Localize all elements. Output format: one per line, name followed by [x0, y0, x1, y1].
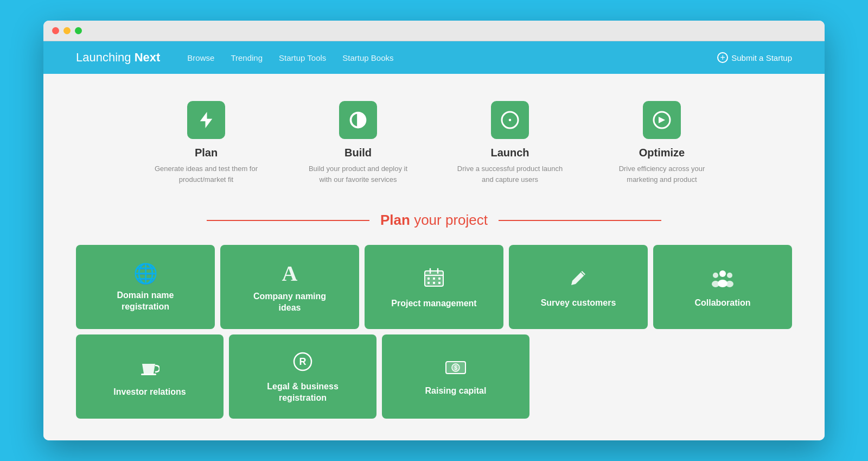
svg-rect-13 — [433, 277, 435, 280]
card-domain[interactable]: 🌐 Domain nameregistration — [76, 245, 215, 329]
pencil-svg — [569, 268, 588, 288]
svg-rect-15 — [427, 282, 430, 284]
launch-desc: Drive a successful product launch and ca… — [456, 163, 564, 185]
card-legal[interactable]: R Legal & businessregistration — [229, 334, 376, 419]
optimize-title: Optimize — [639, 147, 685, 159]
svg-point-21 — [713, 273, 718, 278]
coffee-icon — [140, 358, 159, 380]
registered-icon: R — [293, 352, 312, 375]
card-investor[interactable]: Investor relations — [76, 334, 224, 419]
svg-point-5 — [509, 119, 512, 122]
coffee-svg — [140, 358, 159, 377]
card-survey-label: Survey customers — [541, 298, 616, 309]
svg-text:R: R — [299, 356, 307, 367]
build-icon-box — [339, 101, 377, 139]
svg-rect-12 — [427, 277, 430, 280]
card-raising[interactable]: $ Raising capital — [382, 334, 529, 419]
launch-title: Launch — [490, 147, 529, 159]
people-icon — [711, 268, 734, 291]
section-title-rest: your project — [410, 212, 488, 228]
dot-green[interactable] — [75, 27, 82, 34]
bolt-icon — [196, 110, 216, 130]
nav-startup-tools[interactable]: Startup Tools — [279, 53, 326, 62]
navbar-brand[interactable]: Launching Next — [76, 50, 160, 65]
nav-trending[interactable]: Trending — [231, 53, 263, 62]
plan-desc: Generate ideas and test them for product… — [152, 163, 260, 185]
section-header: Plan your project — [76, 212, 792, 229]
calendar-svg — [424, 268, 444, 288]
cards-row-1: 🌐 Domain nameregistration A Company nami… — [76, 245, 792, 329]
section-line-left — [207, 220, 369, 221]
navbar-links: Browse Trending Startup Tools Startup Bo… — [187, 53, 717, 62]
nav-startup-books[interactable]: Startup Books — [342, 53, 393, 62]
optimize-icon-box — [643, 101, 681, 139]
globe-icon: 🌐 — [133, 264, 158, 283]
card-naming-label: Company namingideas — [253, 291, 326, 314]
card-survey[interactable]: Survey customers — [509, 245, 648, 329]
brand-bold: Next — [135, 50, 161, 64]
svg-rect-16 — [433, 282, 435, 284]
svg-text:$: $ — [454, 365, 457, 371]
cards-grid: 🌐 Domain nameregistration A Company nami… — [76, 245, 792, 419]
plan-icon-box — [187, 101, 225, 139]
category-build[interactable]: Build Build your product and deploy it w… — [304, 101, 412, 185]
svg-rect-14 — [438, 277, 441, 280]
browser-window: Launching Next Browse Trending Startup T… — [43, 21, 825, 440]
submit-icon: + — [717, 52, 728, 63]
svg-rect-25 — [141, 374, 156, 375]
category-optimize[interactable]: Optimize Drive efficiency across your ma… — [608, 101, 716, 185]
svg-point-24 — [726, 281, 733, 287]
svg-marker-7 — [659, 117, 665, 123]
svg-marker-0 — [200, 112, 213, 128]
font-icon: A — [282, 263, 298, 285]
calendar-icon — [424, 268, 444, 292]
registered-svg: R — [293, 352, 312, 371]
section-title-bold: Plan — [380, 212, 410, 228]
nav-browse[interactable]: Browse — [187, 53, 214, 62]
card-domain-label: Domain nameregistration — [117, 290, 174, 313]
browser-chrome — [43, 21, 825, 41]
money-svg: $ — [445, 359, 467, 376]
category-launch[interactable]: Launch Drive a successful product launch… — [456, 101, 564, 185]
compass-icon — [500, 110, 520, 130]
pencil-icon — [569, 268, 588, 291]
optimize-icon — [652, 110, 672, 130]
launch-icon-box — [491, 101, 529, 139]
card-collab[interactable]: Collaboration — [653, 245, 792, 329]
optimize-desc: Drive efficiency across your marketing a… — [608, 163, 716, 185]
card-project[interactable]: Project management — [365, 245, 503, 329]
dot-red[interactable] — [52, 27, 59, 34]
section-line-right — [499, 220, 661, 221]
dot-yellow[interactable] — [63, 27, 71, 34]
spacer-1 — [535, 334, 661, 419]
card-investor-label: Investor relations — [113, 387, 186, 398]
categories-row: Plan Generate ideas and test them for pr… — [76, 101, 792, 185]
card-naming[interactable]: A Company namingideas — [220, 245, 359, 329]
section-title: Plan your project — [380, 212, 488, 229]
card-project-label: Project management — [391, 298, 476, 310]
cards-row-2: Investor relations R Legal & businessreg… — [76, 334, 792, 419]
build-title: Build — [344, 147, 372, 159]
category-plan[interactable]: Plan Generate ideas and test them for pr… — [152, 101, 260, 185]
brand-plain: Launching — [76, 50, 135, 64]
svg-point-23 — [727, 273, 732, 278]
svg-point-22 — [712, 281, 719, 287]
card-collab-label: Collaboration — [694, 298, 750, 309]
build-desc: Build your product and deploy it with ou… — [304, 163, 412, 185]
svg-point-19 — [719, 270, 726, 277]
spacer-2 — [666, 334, 792, 419]
plan-title: Plan — [195, 147, 218, 159]
card-raising-label: Raising capital — [425, 386, 487, 397]
main-content: Plan Generate ideas and test them for pr… — [43, 74, 825, 440]
submit-label: Submit a Startup — [731, 53, 792, 62]
card-legal-label: Legal & businessregistration — [267, 381, 339, 404]
navbar: Launching Next Browse Trending Startup T… — [43, 41, 825, 74]
svg-rect-17 — [438, 282, 441, 284]
money-icon: $ — [445, 359, 467, 379]
half-circle-icon — [348, 110, 368, 130]
people-svg — [711, 268, 734, 288]
submit-startup[interactable]: + Submit a Startup — [717, 52, 792, 63]
